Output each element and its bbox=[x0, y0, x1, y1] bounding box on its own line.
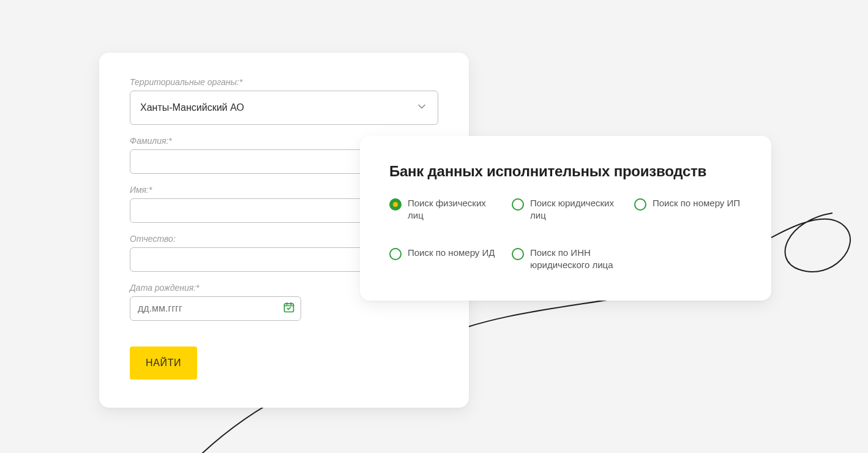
territory-label: Территориальные органы:* bbox=[130, 77, 438, 87]
radio-icon bbox=[512, 198, 524, 211]
search-type-option[interactable]: Поиск юридических лиц bbox=[512, 197, 619, 222]
search-type-options: Поиск физических лицПоиск юридических ли… bbox=[389, 197, 742, 271]
search-type-option[interactable]: Поиск физических лиц bbox=[389, 197, 497, 222]
search-type-option-label: Поиск по ИНН юридического лица bbox=[530, 247, 619, 272]
radio-icon bbox=[389, 248, 402, 260]
dob-input[interactable] bbox=[130, 296, 301, 321]
search-type-option[interactable]: Поиск по ИНН юридического лица bbox=[512, 247, 619, 272]
territory-select[interactable]: Ханты-Мансийский АО bbox=[130, 91, 438, 125]
search-type-card: Банк данных исполнительных производств П… bbox=[360, 136, 771, 301]
search-type-title: Банк данных исполнительных производств bbox=[389, 163, 742, 180]
radio-icon bbox=[634, 198, 646, 211]
search-type-option[interactable]: Поиск по номеру ИП bbox=[634, 197, 742, 222]
search-type-option-label: Поиск по номеру ИД bbox=[408, 247, 495, 259]
radio-icon bbox=[512, 248, 524, 260]
search-type-option[interactable]: Поиск по номеру ИД bbox=[389, 247, 497, 272]
radio-icon bbox=[389, 198, 402, 211]
search-type-option-label: Поиск физических лиц bbox=[408, 197, 497, 222]
submit-button[interactable]: НАЙТИ bbox=[130, 346, 197, 380]
search-type-option-label: Поиск по номеру ИП bbox=[653, 197, 740, 209]
chevron-down-icon bbox=[416, 100, 428, 115]
territory-select-value: Ханты-Мансийский АО bbox=[140, 102, 244, 113]
search-type-option-label: Поиск юридических лиц bbox=[530, 197, 619, 222]
